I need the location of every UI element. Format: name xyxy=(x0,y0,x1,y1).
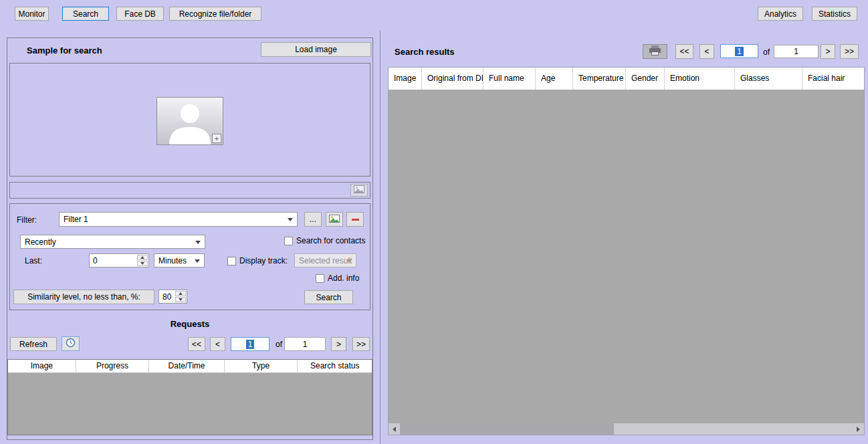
requests-next-page-button[interactable]: > xyxy=(331,337,346,351)
similarity-level-label: Similarity level, no less than, %: xyxy=(13,290,154,304)
triangle-right-icon xyxy=(857,427,860,432)
time-unit-value: Minutes xyxy=(158,256,187,265)
requests-total-pages: 1 xyxy=(284,337,326,351)
results-of-label: of xyxy=(763,47,770,57)
filter-browse-button[interactable]: ... xyxy=(304,212,322,227)
filter-select[interactable]: Filter 1 xyxy=(59,212,298,227)
search-results-title: Search results xyxy=(395,47,455,57)
column-header[interactable]: Gender xyxy=(626,68,665,90)
requests-page-value: 1 xyxy=(246,340,255,349)
column-header[interactable]: Glasses xyxy=(735,68,802,90)
printer-icon xyxy=(649,45,661,58)
spin-up-button[interactable] xyxy=(137,255,148,260)
analytics-button[interactable]: Analytics xyxy=(758,7,803,21)
column-header[interactable]: Age xyxy=(536,68,573,90)
save-sample-button[interactable] xyxy=(350,184,368,197)
checkbox-box[interactable] xyxy=(316,274,324,283)
sample-image-area: + xyxy=(9,63,370,177)
time-unit-select[interactable]: Minutes xyxy=(154,253,205,267)
scrollbar-thumb[interactable] xyxy=(400,423,614,435)
print-button[interactable] xyxy=(643,44,667,59)
add-image-icon xyxy=(329,215,340,225)
spin-up-button[interactable] xyxy=(175,291,186,296)
checkbox-box[interactable] xyxy=(284,237,293,245)
triangle-down-icon xyxy=(140,262,144,265)
period-select[interactable]: Recently xyxy=(20,235,205,249)
requests-prev-page-button[interactable]: < xyxy=(210,337,225,351)
recognize-file-folder-button[interactable]: Recognize file/folder xyxy=(169,7,261,21)
search-for-contacts-label: Search for contacts xyxy=(296,236,365,245)
results-first-page-button[interactable]: << xyxy=(675,44,693,59)
timer-button[interactable] xyxy=(62,336,80,351)
search-button[interactable]: Search xyxy=(304,290,353,304)
column-header[interactable]: Date/Time xyxy=(149,360,225,373)
requests-table: Image Progress Date/Time Type Search sta… xyxy=(7,359,372,435)
minus-icon xyxy=(352,219,359,221)
spin-down-button[interactable] xyxy=(175,297,186,302)
clock-icon xyxy=(66,338,76,350)
monitor-tab-button[interactable]: Monitor xyxy=(15,7,49,21)
requests-first-page-button[interactable]: << xyxy=(188,337,205,351)
results-prev-page-button[interactable]: < xyxy=(699,44,714,59)
filter-select-value: Filter 1 xyxy=(64,215,88,224)
scrollbar-track[interactable] xyxy=(400,423,853,435)
column-header[interactable]: Full name xyxy=(483,68,536,90)
similarity-spinner[interactable] xyxy=(175,291,186,302)
save-filter-button[interactable] xyxy=(326,212,343,227)
chevron-down-icon xyxy=(195,259,200,263)
results-last-page-button[interactable]: >> xyxy=(840,44,859,59)
requests-page-input[interactable]: 1 xyxy=(231,337,269,351)
chevron-down-icon xyxy=(346,259,352,263)
statistics-button[interactable]: Statistics xyxy=(812,7,857,21)
refresh-button[interactable]: Refresh xyxy=(10,337,57,351)
filter-group: Filter: Filter 1 ... Recently Search fo xyxy=(9,203,370,310)
search-tab-button[interactable]: Search xyxy=(62,7,109,21)
similarity-value-input[interactable]: 80 xyxy=(158,290,187,304)
delete-filter-button[interactable] xyxy=(346,212,364,227)
column-header[interactable]: Progress xyxy=(76,360,150,373)
horizontal-scrollbar[interactable] xyxy=(389,423,864,435)
column-header[interactable]: Image xyxy=(8,360,76,373)
panel-splitter xyxy=(380,30,381,444)
column-header[interactable]: Temperature xyxy=(573,68,626,90)
requests-empty-area xyxy=(8,373,372,435)
search-for-contacts-checkbox[interactable]: Search for contacts xyxy=(284,236,365,245)
requests-of-label: of xyxy=(276,340,282,349)
add-info-checkbox[interactable]: Add. info xyxy=(316,273,359,283)
display-track-checkbox[interactable]: Display track: xyxy=(227,256,288,265)
column-header[interactable]: Type xyxy=(225,360,298,373)
column-header[interactable]: Emotion xyxy=(665,68,735,90)
last-value-input[interactable]: 0 xyxy=(89,253,149,267)
column-header[interactable]: Image xyxy=(389,68,422,90)
checkbox-box[interactable] xyxy=(227,257,236,265)
search-results-header: Image Original from DB Full name Age Tem… xyxy=(389,68,864,90)
add-sample-button[interactable]: + xyxy=(212,134,221,143)
last-value: 0 xyxy=(93,256,98,265)
add-info-label: Add. info xyxy=(328,273,359,283)
results-page-value: 1 xyxy=(735,47,744,56)
triangle-up-icon xyxy=(140,256,144,259)
display-track-label: Display track: xyxy=(239,256,288,265)
results-page-input[interactable]: 1 xyxy=(720,44,758,58)
chevron-down-icon xyxy=(195,241,201,244)
column-header[interactable]: Original from DB xyxy=(422,68,483,90)
results-total-value: 1 xyxy=(794,47,798,56)
triangle-down-icon xyxy=(179,298,183,301)
triangle-up-icon xyxy=(179,292,183,295)
load-image-button[interactable]: Load image xyxy=(261,42,371,57)
scroll-left-button[interactable] xyxy=(389,423,400,435)
sample-toolbar xyxy=(9,182,370,199)
requests-last-page-button[interactable]: >> xyxy=(352,337,370,351)
plus-icon: + xyxy=(215,134,219,142)
similarity-value: 80 xyxy=(162,292,171,302)
last-value-spinner[interactable] xyxy=(137,255,148,266)
results-total-pages: 1 xyxy=(774,45,819,58)
spin-down-button[interactable] xyxy=(137,261,148,266)
face-db-tab-button[interactable]: Face DB xyxy=(116,7,164,21)
period-select-value: Recently xyxy=(25,237,56,247)
results-empty-area xyxy=(389,90,864,423)
column-header[interactable]: Facial hair xyxy=(802,68,864,90)
results-next-page-button[interactable]: > xyxy=(821,44,835,59)
column-header[interactable]: Search status xyxy=(298,360,372,373)
scroll-right-button[interactable] xyxy=(853,423,864,435)
